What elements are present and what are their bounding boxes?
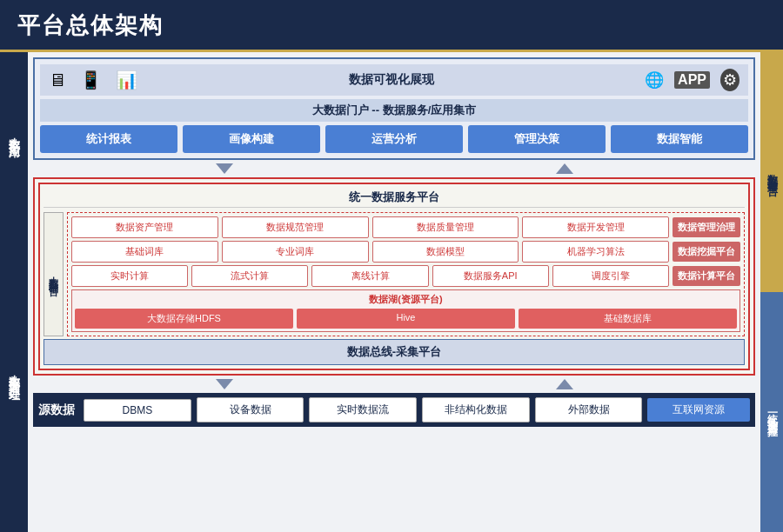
source-btn-realtime: 实时数据流: [309, 397, 417, 422]
arrow-up-1: [556, 163, 573, 174]
source-btn-unstructured: 非结构化数据: [422, 397, 530, 422]
arrows-between-2: [28, 378, 760, 390]
data-lake-title: 数据湖(资源平台): [75, 293, 737, 306]
mgmt-label: 数据管理治理: [673, 217, 740, 237]
wechat-icon: ⚙: [720, 69, 740, 91]
app-btn-intelligence[interactable]: 数据智能: [611, 125, 748, 153]
data-app-section: 🖥 📱 📊 数据可视化展现 🌐 APP ⚙ 大数据门户 -- 数据服务/应用集市: [33, 57, 755, 160]
data-mgmt-row: 数据资产管理 数据规范管理 数据质量管理 数据开发管理 数据管理治理: [71, 216, 740, 238]
tag-basic-dict: 基础词库: [71, 241, 218, 263]
ie-icon: 🌐: [645, 70, 664, 90]
tag-asset-mgmt: 数据资产管理: [71, 216, 218, 238]
lake-btn-hive: Hive: [297, 309, 515, 329]
tag-api: 数据服务API: [432, 265, 549, 287]
page-wrapper: 平台总体架构 大数据应用 大数据管理处理 🖥 📱 📊 数据可视化展现: [0, 0, 783, 532]
main-content: 大数据应用 大数据管理处理 🖥 📱 📊 数据可视化展现 🌐 APP: [0, 52, 783, 532]
big-data-base-section: 大数据基础平台 数据资产管理 数据规范管理 数据质量管理 数据开发管理 数据管理…: [44, 212, 745, 336]
tag-offline: 离线计算: [311, 265, 428, 287]
app-icon: APP: [674, 71, 710, 89]
right-labels: 数据安全管理平台 统一任务调度监控: [760, 52, 783, 532]
center-content: 🖥 📱 📊 数据可视化展现 🌐 APP ⚙ 大数据门户 -- 数据服务/应用集市: [28, 52, 760, 532]
arrow-down-2: [216, 379, 233, 389]
data-mgmt-section: 统一数据服务平台 大数据基础平台 数据资产管理 数据规范管理 数据质量管理 数据…: [33, 177, 755, 376]
mobile-icon: 📱: [80, 70, 102, 90]
viz-icons: 🖥 📱 📊: [49, 70, 137, 90]
tag-spec-mgmt: 数据规范管理: [222, 216, 369, 238]
app-btn-decision[interactable]: 管理决策: [468, 125, 606, 153]
bus-row: 数据总线-采集平台: [44, 339, 745, 365]
arrows-between-1: [28, 163, 760, 175]
data-lake-btns: 大数据存储HDFS Hive 基础数据库: [75, 309, 737, 329]
lake-btn-db: 基础数据库: [519, 309, 737, 329]
left-label-mgmt: 大数据管理处理: [0, 216, 28, 532]
tag-pro-dict: 专业词库: [222, 241, 369, 263]
arrow-down-1: [216, 163, 233, 174]
source-btn-internet: 互联网资源: [647, 398, 750, 422]
data-mining-row: 基础词库 专业词库 数据模型 机器学习算法 数据挖掘平台: [71, 241, 740, 263]
right-label-security: 数据安全管理平台: [760, 52, 783, 292]
tag-scheduler: 调度引擎: [552, 265, 669, 287]
unified-service-title: 统一数据服务平台: [44, 188, 745, 208]
chart-icon: 📊: [116, 70, 137, 90]
tag-quality-mgmt: 数据质量管理: [372, 216, 519, 238]
viz-row: 🖥 📱 📊 数据可视化展现 🌐 APP ⚙: [40, 64, 748, 96]
left-label-app: 大数据应用: [0, 52, 28, 216]
tag-stream: 流式计算: [191, 265, 308, 287]
monitor-icon: 🖥: [49, 70, 66, 90]
page-title: 平台总体架构: [17, 12, 164, 38]
tag-ml: 机器学习算法: [522, 241, 669, 263]
app-buttons-row: 统计报表 画像构建 运营分析 管理决策 数据智能: [40, 125, 748, 153]
right-label-scheduler: 统一任务调度监控: [760, 292, 783, 532]
tag-data-model: 数据模型: [372, 241, 519, 263]
source-label: 源数据: [38, 402, 75, 418]
data-lake-section: 数据湖(资源平台) 大数据存储HDFS Hive 基础数据库: [71, 289, 740, 332]
viz-title: 数据可视化展现: [155, 72, 627, 88]
app-btn-ops[interactable]: 运营分析: [325, 125, 463, 153]
source-btn-external: 外部数据: [535, 397, 643, 422]
app-btn-portrait[interactable]: 画像构建: [183, 125, 320, 153]
left-labels: 大数据应用 大数据管理处理: [0, 52, 28, 532]
header: 平台总体架构: [0, 0, 783, 52]
portal-row: 大数据门户 -- 数据服务/应用集市: [40, 99, 748, 122]
mining-label: 数据挖掘平台: [673, 242, 740, 262]
source-btn-device: 设备数据: [197, 397, 304, 422]
viz-right-icons: 🌐 APP ⚙: [645, 69, 740, 91]
tag-dev-mgmt: 数据开发管理: [522, 216, 669, 238]
lake-btn-hdfs: 大数据存储HDFS: [75, 309, 293, 329]
arrow-up-2: [556, 379, 573, 389]
mgmt-inner: 统一数据服务平台 大数据基础平台 数据资产管理 数据规范管理 数据质量管理 数据…: [38, 183, 750, 370]
tag-realtime: 实时计算: [71, 265, 188, 287]
base-left-label: 大数据基础平台: [44, 212, 64, 336]
source-btn-dbms: DBMS: [84, 399, 191, 422]
data-compute-row: 实时计算 流式计算 离线计算 数据服务API 调度引擎 数据计算平台: [71, 265, 740, 287]
source-data-section: 源数据 DBMS 设备数据 实时数据流 非结构化数据 外部数据 互联网资源: [33, 393, 755, 427]
app-btn-stats[interactable]: 统计报表: [40, 125, 177, 153]
compute-label: 数据计算平台: [673, 266, 740, 286]
base-inner: 数据资产管理 数据规范管理 数据质量管理 数据开发管理 数据管理治理 基础词库 …: [67, 212, 745, 336]
